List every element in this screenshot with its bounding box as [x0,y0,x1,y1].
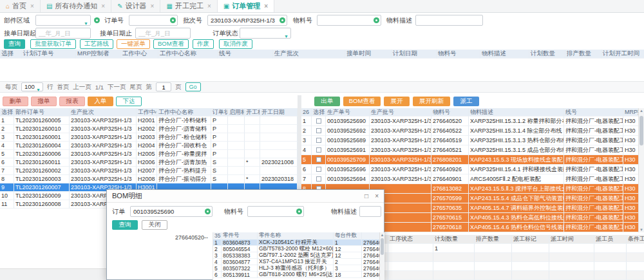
row-checkbox[interactable] [316,118,321,124]
next-page-link[interactable]: 下一页 [108,83,126,91]
modal-order-field[interactable] [130,206,213,217]
maximize-icon[interactable]: □ [365,192,368,200]
table-row[interactable]: 1001039525690230103-XARP325H-1/327664052… [301,117,638,126]
one-click-dispatch-button[interactable]: 一键派单 [117,39,150,49]
table-row[interactable]: 1TL202301260005230103-XARP325H-1/3H2001拌… [0,117,298,125]
table-row[interactable]: 3001039525689230103-XARP325H-1/327664051… [301,136,638,145]
close-icon[interactable]: × [264,3,268,10]
go-button[interactable]: Go [185,82,201,91]
row-checkbox[interactable] [316,157,321,162]
delete-order-button[interactable]: 删单 [3,97,28,106]
close-icon[interactable]: × [151,3,155,10]
page-size-select[interactable]: 100▼ [21,82,43,91]
batch-fetch-orders-button[interactable]: 批量获取订单 [30,39,76,49]
table-row[interactable]: 3TL202301260001230103-XARP325H-1/3H2003拌… [0,133,298,142]
modal-scrollbar[interactable]: ▲ [379,232,384,280]
release-button[interactable]: 下达 [116,97,142,106]
scroll-up-icon[interactable]: ▲ [639,109,644,113]
revoke-order-button[interactable]: 撤单 [31,97,57,106]
row-checkbox[interactable] [316,167,321,172]
tab-order-management[interactable]: ▣ 订单管理 × [218,0,274,12]
material-desc-input[interactable] [415,15,483,26]
date-from-field[interactable] [35,28,91,39]
target-icon[interactable] [296,209,302,214]
table-row[interactable]: 2805046554GB/T5783-2000 螺栓 M12×60(达克罗)12… [213,246,379,252]
material-no-field[interactable] [317,15,381,26]
table-row[interactable]: 7TL202301260002230103-XARP325H-1/3H2007拌… [0,167,298,175]
issue-order-button[interactable]: 出单 [314,97,340,106]
tab-notifications[interactable]: ▤ 所有待办通知 × [41,0,111,12]
table-row[interactable]: 5TL202301260006230103-XARP325H-1/3H2005拌… [0,150,298,158]
table-row[interactable]: 7001039525694230103-XARP325H-1/327664090… [301,174,638,184]
dispatch-button[interactable]: 派工 [453,97,479,106]
query-button[interactable]: 查询 [4,39,25,49]
table-row[interactable]: 6805139911GB/T818-2000 螺钉 M6×25(达克罗)1827… [213,272,379,278]
scroll-up-icon[interactable]: ▲ [380,233,384,237]
prev-page-link[interactable]: 上一页 [73,83,91,91]
date-to-input[interactable] [135,28,191,39]
enter-order-button[interactable]: 入单 [88,97,113,106]
cancel-void-button[interactable]: 取消作废 [219,39,252,49]
table-row[interactable]: 3805338383GB/T97.1-2002 垫圈 5(达克罗)1227664… [213,252,379,259]
target-icon[interactable] [374,17,379,23]
tab-home[interactable]: ⌂ 首页 × [0,0,41,12]
material-desc-field[interactable] [415,15,483,26]
date-from-input[interactable] [35,28,91,39]
modal-close-button[interactable]: 关闭 [142,220,167,230]
scroll-down-icon[interactable]: ▼ [639,228,644,232]
modal-order-input[interactable] [130,206,213,217]
row-checkbox[interactable] [316,128,321,133]
table-row[interactable]: 2001039525692230103-XARP325H-1/327664052… [301,126,638,136]
target-icon[interactable] [170,17,176,23]
table-row[interactable]: 5001039525709230103-XARP325H-1/327680820… [301,155,638,165]
table-row[interactable]: 1803604873XCK-J10541C 行程开关1276640 [213,239,379,246]
order-status-select[interactable]: ▼ [240,28,291,39]
table-row[interactable]: 5803507322HLJ-3 称重传感器（托利多）3276640 [213,265,379,272]
report-button[interactable]: 报表 [59,97,85,106]
modal-query-button[interactable]: 查询 [112,220,138,230]
tab-designer[interactable]: ✎ 设计器 × [111,0,160,12]
target-icon[interactable] [279,17,285,23]
target-icon[interactable] [205,209,211,214]
table-row[interactable]: 4001039525691230103-XARP325H-1/327664052… [301,145,638,155]
row-checkbox[interactable] [316,138,321,143]
close-icon[interactable]: × [30,3,34,10]
date-to-field[interactable] [135,28,191,39]
target-icon[interactable] [94,17,100,23]
table-row[interactable]: 4TL202301260004230103-XARP325H-1/3H2004拌… [0,142,298,150]
expand-button[interactable]: 展开 [384,97,410,106]
area-select[interactable]: ▼ [35,15,91,26]
tab-start-finish-work[interactable]: ▦ 开工完工 × [160,0,217,12]
modal-material-no-field[interactable] [247,206,304,217]
modal-title-bar[interactable]: BOM明细 □ × [107,190,384,203]
modal-material-no-input[interactable] [247,206,304,217]
bom-view-button-right[interactable]: BOM查看 [343,97,381,106]
process-route-button[interactable]: 工艺路线 [80,39,113,49]
first-page-link[interactable]: 首页 [57,83,69,91]
row-checkbox[interactable] [316,147,321,153]
close-icon[interactable]: × [375,192,379,200]
vertical-scrollbar[interactable]: ▲ ▼ [638,108,644,232]
bom-view-button[interactable]: BOM查看 [153,39,189,49]
close-icon[interactable]: × [101,3,105,10]
material-no-input[interactable] [317,15,381,26]
row-checkbox[interactable] [316,176,321,182]
batch-no-field[interactable] [207,15,287,26]
close-icon[interactable]: × [207,3,211,10]
table-row[interactable]: 6TL202301260011230103-XARP325H-1/3H2006拌… [0,158,298,167]
modal-material-desc-input[interactable] [359,206,381,217]
table-row[interactable]: 6001039525696230103-XARP325H-1/327664092… [301,165,638,174]
table-row[interactable]: 8TL202301260003230103-XARP325H-1/3H2008拌… [0,175,298,183]
scrollbar-thumb[interactable] [639,116,643,145]
page-number-input[interactable] [156,82,171,91]
expand-refresh-button[interactable]: 展开刷新 [413,97,450,106]
last-page-link[interactable]: 尾页 [130,83,142,91]
bom-tree-node[interactable]: 276640520-- [175,232,208,243]
table-row[interactable]: 2TL202301260010230103-XARP325H-1/3H2002拌… [0,125,298,133]
batch-no-input[interactable] [207,15,287,26]
modal-material-desc-field[interactable] [359,206,381,217]
scrollbar-thumb[interactable] [381,238,384,255]
order-no-field[interactable] [129,15,178,26]
table-row[interactable]: 4803604877XS7-C4A1MPG13 接近开关2276640 [213,259,379,265]
void-button[interactable]: 作废 [193,39,214,49]
